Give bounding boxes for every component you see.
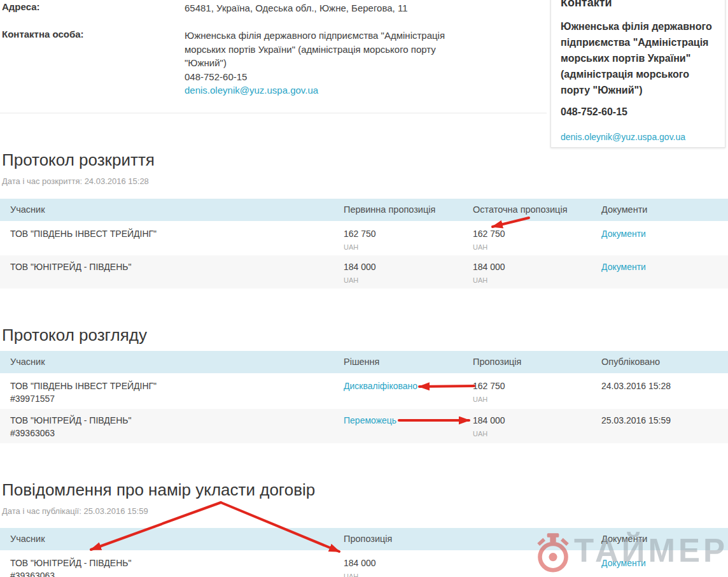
bid-amount: 184 000 (473, 262, 591, 273)
final-bid: 162 750 UAH (463, 222, 591, 255)
table-row: ТОВ "ПІВДЕНЬ ІНВЕСТ ТРЕЙДІНГ" #39971557 … (0, 374, 728, 409)
disclosure-date: Дата і час розкриття: 24.03.2016 15:28 (2, 176, 149, 186)
participant-name: ТОВ "ЮНІТРЕЙД - ПІВДЕНЬ" (0, 255, 333, 288)
intent-section-title: Повідомлення про намір укласти договір (2, 481, 315, 499)
bid-currency: UAH (473, 429, 591, 439)
table-header-row: Учасник Рішення Пропозиція Опубліковано (0, 351, 728, 374)
table-row: ТОВ "ЮНІТРЕЙД - ПІВДЕНЬ" #39363063 184 0… (0, 552, 728, 577)
final-bid: 184 000 UAH (463, 255, 591, 288)
bid-currency: UAH (344, 571, 591, 577)
table-row: ТОВ "ЮНІТРЕЙД - ПІВДЕНЬ" #39363063 Перем… (0, 409, 728, 443)
contact-person-label: Контактна особа: (2, 29, 185, 39)
table-row: ТОВ "ПІВДЕНЬ ІНВЕСТ ТРЕЙДІНГ" 162 750 UA… (0, 222, 728, 255)
participant-cell: ТОВ "ЮНІТРЕЙД - ПІВДЕНЬ" #39363063 (0, 552, 333, 577)
contact-person-row: Контактна особа:Южненська філія державно… (2, 29, 452, 97)
participant-id: #39363063 (10, 571, 333, 577)
table-header-row: Учасник Пропозиція Документи (0, 528, 728, 552)
disclosure-section-title: Протокол розкриття (2, 151, 155, 169)
header-cell-documents: Документи (591, 204, 728, 215)
bid-currency: UAH (344, 242, 463, 253)
header-cell-decision: Рішення (333, 357, 463, 367)
participant-cell: ТОВ "ПІВДЕНЬ ІНВЕСТ ТРЕЙДІНГ" #39971557 (0, 374, 333, 409)
bid-currency: UAH (344, 275, 463, 286)
header-cell-bid: Пропозиція (333, 534, 591, 545)
bid-currency: UAH (473, 275, 591, 286)
contacts-card: Контакти Южненська філія державного підп… (550, 0, 725, 148)
table-header-row: Учасник Первинна пропозиція Остаточна пр… (0, 199, 728, 222)
contacts-card-phone: 048-752-60-15 (561, 106, 717, 118)
participant-name: ТОВ "ПІВДЕНЬ ІНВЕСТ ТРЕЙДІНГ" (0, 222, 333, 255)
table-row: ТОВ "ЮНІТРЕЙД - ПІВДЕНЬ" 184 000 UAH 184… (0, 255, 728, 288)
contacts-card-email-link[interactable]: denis.oleynik@yuz.uspa.gov.ua (561, 132, 685, 142)
bid-amount: 162 750 (473, 381, 591, 392)
bid-amount: 162 750 (473, 229, 591, 239)
bid-currency: UAH (473, 242, 591, 253)
header-cell-documents: Документи (591, 534, 728, 545)
address-label: Адреса: (2, 1, 185, 12)
contact-person-phone: 048-752-60-15 (185, 71, 247, 82)
header-cell-participant: Учасник (0, 204, 333, 215)
bid-amount: 184 000 (473, 415, 591, 426)
bid-cell: 162 750 UAH (463, 374, 591, 409)
bid-cell: 184 000 UAH (333, 552, 591, 577)
bid-amount: 162 750 (344, 229, 463, 239)
section-divider (0, 113, 547, 113)
participant-id: #39363063 (10, 428, 333, 439)
documents-link[interactable]: Документи (601, 229, 646, 239)
initial-bid: 162 750 UAH (333, 222, 463, 255)
header-cell-bid: Пропозиція (463, 357, 591, 367)
participant-name: ТОВ "ЮНІТРЕЙД - ПІВДЕНЬ" (10, 415, 333, 426)
contacts-card-title: Контакти (561, 0, 717, 10)
address-row: Адреса:65481, Україна, Одеська обл., Южн… (2, 1, 452, 15)
participant-cell: ТОВ "ЮНІТРЕЙД - ПІВДЕНЬ" #39363063 (0, 409, 333, 443)
header-cell-final-bid: Остаточна пропозиція (463, 204, 591, 215)
published-date: 24.03.2016 15:28 (591, 374, 728, 409)
contacts-card-org: Южненська філія державного підприємства … (561, 18, 717, 98)
header-cell-participant: Учасник (0, 534, 333, 545)
bid-amount: 184 000 (344, 558, 591, 569)
decision-link[interactable]: Переможець (344, 415, 396, 425)
tender-page: Адреса:65481, Україна, Одеська обл., Южн… (0, 0, 728, 577)
participant-name: ТОВ "ПІВДЕНЬ ІНВЕСТ ТРЕЙДІНГ" (10, 381, 333, 392)
contact-person-org: Южненська філія державного підприємства … (185, 30, 445, 68)
review-section-title: Протокол розгляду (2, 326, 147, 344)
contact-person-value: Южненська філія державного підприємства … (185, 29, 452, 97)
contact-person-email-link[interactable]: denis.oleynik@yuz.uspa.gov.ua (185, 85, 318, 96)
initial-bid: 184 000 UAH (333, 255, 463, 288)
disclosure-table: Учасник Первинна пропозиція Остаточна пр… (0, 199, 728, 288)
bid-amount: 184 000 (344, 262, 463, 273)
header-cell-published: Опубліковано (591, 357, 728, 367)
review-table: Учасник Рішення Пропозиція Опубліковано … (0, 351, 728, 443)
header-cell-participant: Учасник (0, 357, 333, 367)
bid-currency: UAH (473, 394, 591, 405)
participant-name: ТОВ "ЮНІТРЕЙД - ПІВДЕНЬ" (10, 558, 333, 569)
participant-id: #39971557 (10, 394, 333, 404)
documents-link[interactable]: Документи (601, 558, 646, 568)
intent-date: Дата і час публікації: 25.03.2016 15:59 (2, 506, 148, 516)
header-cell-initial-bid: Первинна пропозиція (333, 204, 463, 215)
published-date: 25.03.2016 15:59 (591, 409, 728, 443)
bid-cell: 184 000 UAH (463, 409, 591, 443)
decision-link[interactable]: Дискваліфіковано (344, 381, 417, 391)
documents-link[interactable]: Документи (601, 262, 646, 272)
intent-table: Учасник Пропозиція Документи ТОВ "ЮНІТРЕ… (0, 528, 728, 577)
address-value: 65481, Україна, Одеська обл., Южне, Бере… (185, 1, 452, 15)
